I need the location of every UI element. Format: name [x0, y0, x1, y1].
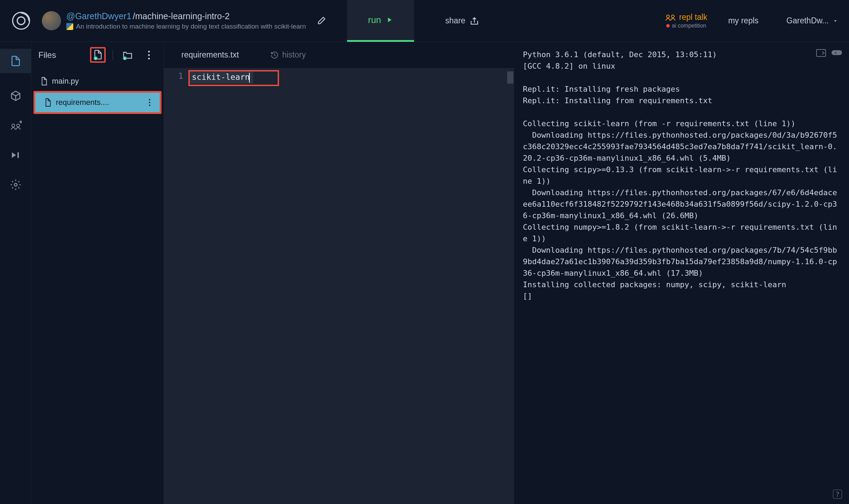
new-folder-button[interactable]: + — [120, 47, 136, 63]
minimap[interactable] — [507, 71, 513, 84]
gutter: 1 — [164, 68, 188, 504]
svg-point-18 — [149, 105, 150, 106]
avatar[interactable] — [42, 11, 61, 30]
files-nav-icon[interactable] — [0, 49, 31, 73]
file-item-main[interactable]: main.py — [31, 71, 164, 91]
tab-requirements[interactable]: requirements.txt — [174, 47, 246, 63]
svg-point-4 — [12, 124, 15, 127]
svg-point-17 — [149, 102, 150, 103]
console-panel: ✕ Python 3.6.1 (default, Dec 2015, 13:05… — [514, 42, 849, 504]
new-file-button[interactable]: + — [90, 47, 106, 63]
svg-point-14 — [148, 54, 150, 56]
svg-text:+: + — [20, 121, 22, 124]
file-icon — [40, 77, 48, 86]
edit-icon[interactable] — [316, 16, 326, 26]
svg-text:+: + — [123, 56, 126, 60]
files-header: Files + + — [31, 42, 164, 68]
console-output: Python 3.6.1 (default, Dec 2015, 13:05:1… — [523, 49, 840, 302]
user-menu[interactable]: GarethDw... — [787, 16, 839, 25]
history-icon — [270, 51, 279, 59]
debugger-nav-icon[interactable] — [9, 148, 23, 162]
file-list: main.py requirements.... — [31, 68, 164, 117]
file-item-requirements[interactable]: requirements.... — [33, 91, 161, 114]
svg-text:+: + — [95, 56, 97, 60]
svg-point-15 — [148, 58, 150, 59]
packages-nav-icon[interactable] — [9, 89, 23, 103]
code-content[interactable]: scikit-learn — [188, 68, 514, 504]
repl-talk-link[interactable]: repl talk ai competition — [665, 13, 707, 29]
run-button[interactable]: run — [347, 0, 414, 42]
files-menu-button[interactable] — [141, 47, 157, 63]
open-tab-icon[interactable] — [816, 49, 826, 57]
help-icon[interactable]: ? — [833, 490, 842, 499]
svg-point-0 — [13, 12, 29, 29]
chevron-down-icon — [832, 18, 839, 24]
username-link[interactable]: @GarethDwyer1 — [66, 11, 132, 21]
svg-rect-7 — [17, 152, 19, 158]
svg-point-13 — [148, 51, 150, 52]
files-title: Files — [38, 50, 85, 60]
repo-name[interactable]: /machine-learning-intro-2 — [133, 11, 230, 21]
editor-tabs: requirements.txt history — [164, 42, 514, 68]
editor-panel: requirements.txt history 1 scikit-learn — [164, 42, 514, 504]
cursor — [249, 73, 250, 83]
svg-point-3 — [671, 15, 674, 18]
notification-dot-icon — [666, 24, 670, 28]
editor[interactable]: 1 scikit-learn — [164, 68, 514, 504]
clear-console-icon[interactable]: ✕ — [832, 49, 842, 57]
divider — [113, 50, 113, 60]
file-icon — [44, 98, 52, 107]
multiplayer-nav-icon[interactable]: + — [9, 119, 23, 132]
side-nav: + — [0, 42, 31, 504]
repo-description: An introduction to machine learning by d… — [76, 23, 306, 30]
main: + Files + + main.py — [0, 42, 849, 504]
svg-text:✕: ✕ — [834, 50, 837, 55]
share-button[interactable]: share — [445, 16, 480, 26]
header: @GarethDwyer1/machine-learning-intro-2 A… — [0, 0, 849, 42]
my-repls-link[interactable]: my repls — [728, 16, 759, 25]
python-icon — [66, 23, 73, 30]
tab-history[interactable]: history — [263, 47, 313, 63]
breadcrumb: @GarethDwyer1/machine-learning-intro-2 A… — [66, 11, 306, 30]
file-item-menu[interactable] — [148, 98, 151, 107]
svg-point-8 — [14, 183, 17, 186]
replit-logo[interactable] — [10, 10, 31, 31]
svg-point-5 — [17, 124, 20, 127]
files-panel: Files + + main.py requirements.... — [31, 42, 164, 504]
svg-point-16 — [149, 99, 150, 100]
settings-nav-icon[interactable] — [9, 178, 23, 192]
svg-point-2 — [667, 15, 669, 18]
svg-point-1 — [17, 17, 25, 25]
